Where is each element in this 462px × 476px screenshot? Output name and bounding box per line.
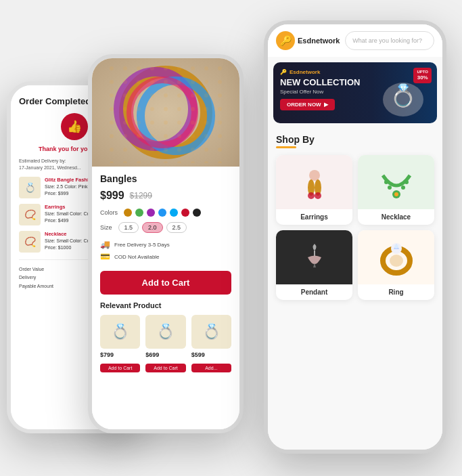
- category-grid: Earrings: [276, 155, 434, 300]
- delivery-row: 🚚 Free Delivery 3-5 Days: [100, 240, 231, 249]
- color-dot-lightblue[interactable]: [170, 209, 178, 217]
- size-label: Size: [100, 224, 112, 231]
- rel-price-2: $699: [145, 351, 185, 358]
- relevant-product-1: 💍 $799 Add to Cart: [100, 315, 140, 372]
- search-placeholder: What are you looking for?: [352, 37, 422, 44]
- svg-rect-4: [105, 62, 227, 163]
- relevant-product-3: 💍 $599 Add...: [191, 315, 231, 372]
- delivery-text: Free Delivery 3-5 Days: [114, 242, 170, 248]
- bangles-image: [92, 58, 239, 167]
- ring-label: Ring: [358, 284, 434, 300]
- colors-row: Colors: [100, 209, 231, 217]
- arrow-icon: ▶: [324, 102, 328, 108]
- item-img-3: 📿: [19, 231, 41, 253]
- necklace-label: Necklace: [358, 209, 434, 225]
- cod-icon: 💳: [100, 252, 110, 261]
- app-logo: 🔑 Esdnetwork: [276, 31, 340, 50]
- category-pendant[interactable]: Pendant: [276, 230, 352, 300]
- necklace-image: [358, 155, 434, 209]
- size-chip-3[interactable]: 2.5: [166, 222, 187, 233]
- discount-badge: UPTO 30%: [413, 68, 432, 83]
- category-ring[interactable]: Ring: [358, 230, 434, 300]
- color-dot-blue[interactable]: [158, 209, 166, 217]
- svg-point-11: [308, 192, 315, 199]
- rel-img-1: 💍: [100, 315, 140, 349]
- svg-point-12: [315, 192, 321, 199]
- item-img-1: 💍: [19, 177, 41, 198]
- price-old: $1299: [130, 191, 152, 200]
- logo-icon: 🔑: [276, 31, 295, 50]
- banner-brand: 🔑 Esdnetwork: [280, 69, 363, 75]
- price-row: $999 $1299: [100, 190, 231, 202]
- size-row: Size 1.5 2.0 2.5: [100, 222, 231, 233]
- relevant-title: Relevant Product: [100, 301, 231, 309]
- size-chip-2[interactable]: 2.0: [142, 222, 163, 233]
- pendant-image: [276, 230, 352, 284]
- banner-title: NEW COLLECTION: [280, 78, 363, 87]
- relevant-product-2: 💍 $699 Add to Cart: [145, 315, 185, 372]
- color-dot-red[interactable]: [181, 209, 189, 217]
- banner-right: 💍 UPTO 30%: [369, 62, 437, 123]
- section-underline: [276, 146, 296, 148]
- phone-right: 🔑 Esdnetwork What are you looking for? 🔑…: [264, 20, 446, 454]
- color-dot-gold[interactable]: [124, 209, 132, 217]
- cod-row: 💳 COD Not Available: [100, 252, 231, 261]
- rel-img-3: 💍: [191, 315, 231, 349]
- shop-by-section: Shop By Earrings: [268, 129, 442, 305]
- delivery-truck-icon: 🚚: [100, 240, 110, 249]
- rel-price-3: $599: [191, 351, 231, 358]
- logo-text: Esdnetwork: [298, 37, 340, 45]
- color-dot-green[interactable]: [135, 209, 143, 217]
- size-chip-1[interactable]: 1.5: [118, 222, 139, 233]
- banner-left: 🔑 Esdnetwork NEW COLLECTION Special Offe…: [273, 62, 369, 123]
- add-to-cart-button[interactable]: Add to Cart: [100, 271, 231, 295]
- colors-label: Colors: [100, 209, 118, 216]
- rel-img-2: 💍: [145, 315, 185, 349]
- svg-point-16: [388, 186, 392, 190]
- scene: Order Completed 👍 Thank you for your ord…: [0, 0, 462, 476]
- earrings-image: [276, 155, 352, 209]
- category-earrings[interactable]: Earrings: [276, 155, 352, 225]
- banner-subtitle: Special Offer Now: [280, 89, 363, 95]
- shop-by-title: Shop By: [276, 134, 434, 145]
- banner-brand-icon: 🔑: [280, 69, 287, 75]
- category-necklace[interactable]: Necklace: [358, 155, 434, 225]
- pendant-label: Pendant: [276, 284, 352, 300]
- search-bar[interactable]: What are you looking for?: [345, 31, 434, 50]
- svg-point-14: [394, 192, 398, 196]
- svg-point-24: [394, 244, 398, 248]
- svg-point-15: [384, 180, 388, 184]
- ring-image: [358, 230, 434, 284]
- earrings-label: Earrings: [276, 209, 352, 225]
- order-now-button[interactable]: ORDER NOW ▶: [280, 99, 335, 110]
- rel-price-1: $799: [100, 351, 140, 358]
- item-img-2: 📿: [19, 204, 41, 225]
- svg-text:💍: 💍: [390, 83, 417, 108]
- svg-point-21: [390, 255, 403, 267]
- svg-point-18: [405, 180, 409, 184]
- color-dot-black[interactable]: [193, 209, 201, 217]
- thumbs-up-icon: 👍: [61, 113, 88, 140]
- svg-point-17: [401, 186, 405, 190]
- relevant-products: 💍 $799 Add to Cart 💍 $699 Add to Cart 💍 …: [100, 315, 231, 372]
- svg-point-8: [309, 170, 320, 181]
- color-dot-purple[interactable]: [147, 209, 155, 217]
- product-hero-image: [92, 58, 239, 167]
- banner-cta: ORDER NOW ▶: [280, 99, 363, 110]
- phone-mid: Bangles $999 $1299 Colors Size: [88, 54, 244, 433]
- app-header: 🔑 Esdnetwork What are you looking for?: [268, 24, 442, 57]
- cod-text: COD Not Available: [114, 254, 160, 260]
- product-category: Bangles: [100, 173, 231, 184]
- promo-banner: 🔑 Esdnetwork NEW COLLECTION Special Offe…: [273, 62, 437, 123]
- price-current: $999: [100, 190, 124, 202]
- rel-add-btn-3[interactable]: Add...: [191, 364, 231, 372]
- rel-add-btn-1[interactable]: Add to Cart: [100, 364, 140, 372]
- rel-add-btn-2[interactable]: Add to Cart: [145, 364, 185, 372]
